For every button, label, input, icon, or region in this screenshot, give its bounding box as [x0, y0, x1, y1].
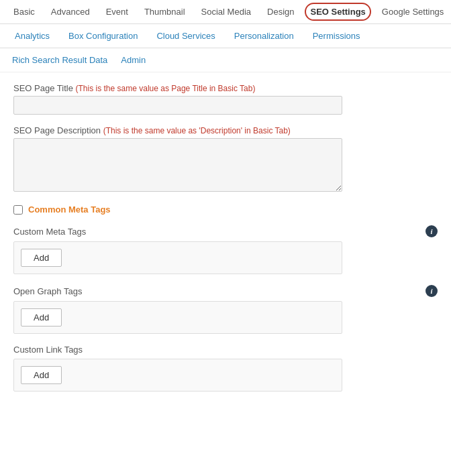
open-graph-info-icon[interactable]: i [425, 285, 438, 297]
seo-desc-textarea[interactable] [13, 138, 342, 192]
custom-meta-section: Custom Meta Tags i Add [13, 225, 438, 274]
custom-link-header: Custom Link Tags [13, 345, 438, 355]
tab-cloud-services[interactable]: Cloud Services [147, 24, 224, 48]
open-graph-add-button[interactable]: Add [21, 308, 62, 326]
seo-desc-group: SEO Page Description (This is the same v… [13, 125, 438, 194]
main-content: SEO Page Title (This is the same value a… [0, 72, 451, 413]
common-meta-checkbox[interactable] [13, 205, 23, 215]
tab-admin[interactable]: Admin [114, 52, 152, 68]
seo-title-input[interactable] [13, 96, 342, 115]
tab-permissions[interactable]: Permissions [303, 24, 370, 48]
custom-meta-box: Add [13, 241, 342, 274]
custom-link-section: Custom Link Tags Add [13, 345, 438, 392]
second-nav: Analytics Box Configuration Cloud Servic… [0, 24, 451, 48]
custom-link-title: Custom Link Tags [13, 345, 83, 355]
tab-event[interactable]: Event [98, 0, 136, 23]
common-meta-label: Common Meta Tags [28, 204, 111, 215]
custom-link-add-button[interactable]: Add [21, 366, 62, 384]
tab-design[interactable]: Design [259, 0, 302, 23]
tab-google-settings[interactable]: Google Settings [374, 0, 451, 23]
seo-title-label: SEO Page Title (This is the same value a… [13, 83, 438, 93]
seo-title-group: SEO Page Title (This is the same value a… [13, 83, 438, 115]
top-nav: Basic Advanced Event Thumbnail Social Me… [0, 0, 451, 24]
seo-title-note: (This is the same value as Page Title in… [76, 84, 256, 93]
tab-rich-search[interactable]: Rich Search Result Data [5, 52, 114, 68]
common-meta-row: Common Meta Tags [13, 204, 438, 215]
tab-seo-settings[interactable]: SEO Settings [302, 0, 373, 23]
tab-thumbnail[interactable]: Thumbnail [136, 0, 193, 23]
tab-advanced[interactable]: Advanced [43, 0, 98, 23]
custom-link-box: Add [13, 359, 342, 392]
third-nav: Rich Search Result Data Admin [0, 48, 451, 72]
custom-meta-header: Custom Meta Tags i [13, 225, 438, 237]
tab-box-configuration[interactable]: Box Configuration [59, 24, 147, 48]
open-graph-section: Open Graph Tags i Add [13, 285, 438, 334]
open-graph-header: Open Graph Tags i [13, 285, 438, 297]
tab-basic[interactable]: Basic [5, 0, 43, 23]
seo-desc-label: SEO Page Description (This is the same v… [13, 125, 438, 135]
open-graph-title: Open Graph Tags [13, 286, 82, 296]
tab-social-media[interactable]: Social Media [193, 0, 259, 23]
custom-meta-add-button[interactable]: Add [21, 249, 62, 267]
custom-meta-info-icon[interactable]: i [425, 225, 438, 237]
custom-meta-title: Custom Meta Tags [13, 227, 86, 237]
tab-analytics[interactable]: Analytics [5, 24, 59, 48]
open-graph-box: Add [13, 301, 342, 334]
tab-personalization[interactable]: Personalization [225, 24, 303, 48]
seo-desc-note: (This is the same value as 'Description'… [103, 126, 291, 135]
